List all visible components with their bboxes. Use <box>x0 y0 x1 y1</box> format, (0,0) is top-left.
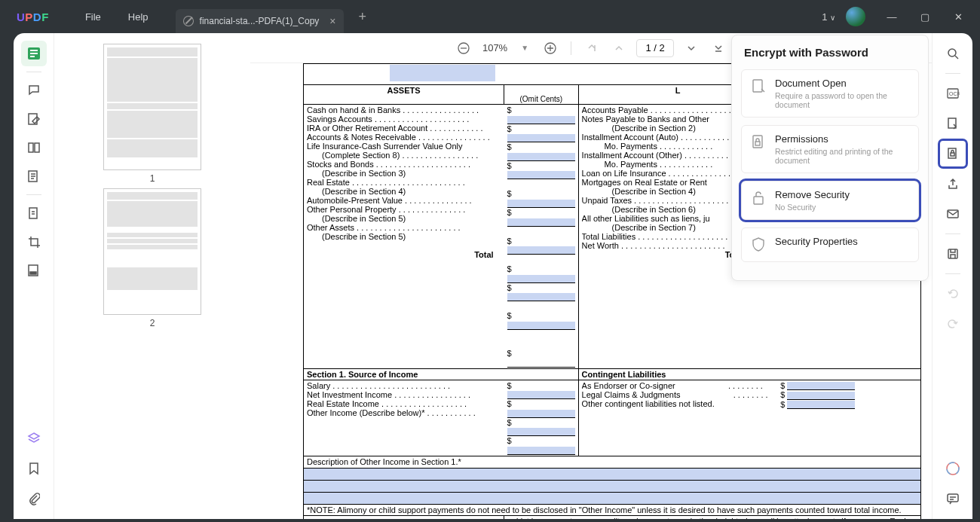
panel-document-open[interactable]: Document OpenRequire a password to open … <box>741 69 919 118</box>
attachment-icon[interactable] <box>21 486 47 511</box>
svg-rect-3 <box>30 56 35 57</box>
form-tool-icon[interactable] <box>21 163 47 189</box>
account-badge[interactable]: 1 ∨ <box>822 11 835 23</box>
search-icon[interactable] <box>940 41 966 66</box>
zoom-out-button[interactable] <box>454 38 473 58</box>
close-window-button[interactable]: ✕ <box>944 5 972 28</box>
document-tab[interactable]: financial-sta...-PDFA(1)_Copy × <box>176 9 344 33</box>
layers-icon[interactable] <box>21 426 47 451</box>
panel-permissions[interactable]: PermissionsRestrict editing and printing… <box>741 125 919 173</box>
panel-security-properties[interactable]: Security Properties <box>741 227 919 262</box>
next-page-button[interactable] <box>681 38 701 58</box>
ocr-tool-icon[interactable] <box>21 200 47 226</box>
maximize-button[interactable]: ▢ <box>911 5 939 28</box>
svg-rect-19 <box>948 210 958 218</box>
svg-point-13 <box>948 49 956 56</box>
svg-rect-2 <box>30 53 38 54</box>
security-properties-icon <box>749 236 767 254</box>
close-icon[interactable]: × <box>329 15 335 27</box>
svg-rect-6 <box>35 143 39 152</box>
share-icon[interactable] <box>940 171 966 197</box>
prev-page-button[interactable] <box>609 38 629 58</box>
svg-rect-18 <box>951 153 954 156</box>
reader-mode-icon[interactable] <box>21 41 47 66</box>
right-toolbar: OCR <box>932 33 972 519</box>
permissions-icon <box>749 133 767 151</box>
app-logo: UPDF <box>17 11 49 23</box>
thumbnail[interactable]: 1 <box>103 44 201 184</box>
crop-tool-icon[interactable] <box>21 229 47 255</box>
page-tool-icon[interactable] <box>21 135 47 160</box>
zoom-in-button[interactable] <box>541 38 560 58</box>
zoom-value: 107% <box>481 42 509 53</box>
redo-icon[interactable] <box>940 311 966 337</box>
menu-help[interactable]: Help <box>115 11 162 23</box>
svg-rect-24 <box>753 80 762 92</box>
document-open-icon <box>749 78 767 96</box>
first-page-button[interactable] <box>582 38 602 58</box>
ai-icon[interactable] <box>940 456 966 481</box>
svg-rect-8 <box>29 208 37 218</box>
avatar[interactable] <box>846 7 865 26</box>
page-input[interactable]: 1 / 2 <box>636 39 674 57</box>
encrypt-panel: Encrypt with Password Document OpenRequi… <box>731 35 929 281</box>
add-tab-button[interactable]: + <box>359 9 367 25</box>
remove-security-icon <box>749 189 767 207</box>
minimize-button[interactable]: — <box>877 5 906 28</box>
svg-rect-10 <box>30 272 36 274</box>
thumbnail-panel: 1 2 <box>54 33 250 519</box>
redact-tool-icon[interactable] <box>21 258 47 283</box>
bookmark-icon[interactable] <box>21 456 47 481</box>
edit-tool-icon[interactable] <box>21 106 47 132</box>
undo-icon[interactable] <box>940 281 966 307</box>
tab-doc-icon <box>181 14 196 29</box>
chat-icon[interactable] <box>940 486 966 511</box>
svg-text:OCR: OCR <box>949 91 960 96</box>
svg-rect-20 <box>948 249 957 258</box>
convert-icon[interactable] <box>940 111 966 136</box>
thumbnail[interactable]: 2 <box>103 188 201 328</box>
svg-rect-5 <box>29 143 33 152</box>
svg-rect-26 <box>755 142 760 145</box>
zoom-dropdown[interactable]: ▼ <box>516 44 533 52</box>
left-toolbar <box>14 33 54 519</box>
ocr-icon[interactable]: OCR <box>940 81 966 106</box>
panel-title: Encrypt with Password <box>741 46 919 59</box>
svg-rect-23 <box>948 494 958 502</box>
svg-rect-27 <box>754 197 763 204</box>
panel-remove-security[interactable]: Remove SecurityNo Security <box>741 181 919 220</box>
svg-rect-16 <box>948 118 956 128</box>
menu-file[interactable]: File <box>72 11 115 23</box>
tab-title: financial-sta...-PDFA(1)_Copy <box>200 16 320 26</box>
svg-rect-1 <box>30 50 38 51</box>
comment-tool-icon[interactable] <box>21 78 47 103</box>
save-icon[interactable] <box>940 241 966 267</box>
protect-icon[interactable] <box>940 141 966 166</box>
last-page-button[interactable] <box>709 38 728 58</box>
email-icon[interactable] <box>940 201 966 227</box>
